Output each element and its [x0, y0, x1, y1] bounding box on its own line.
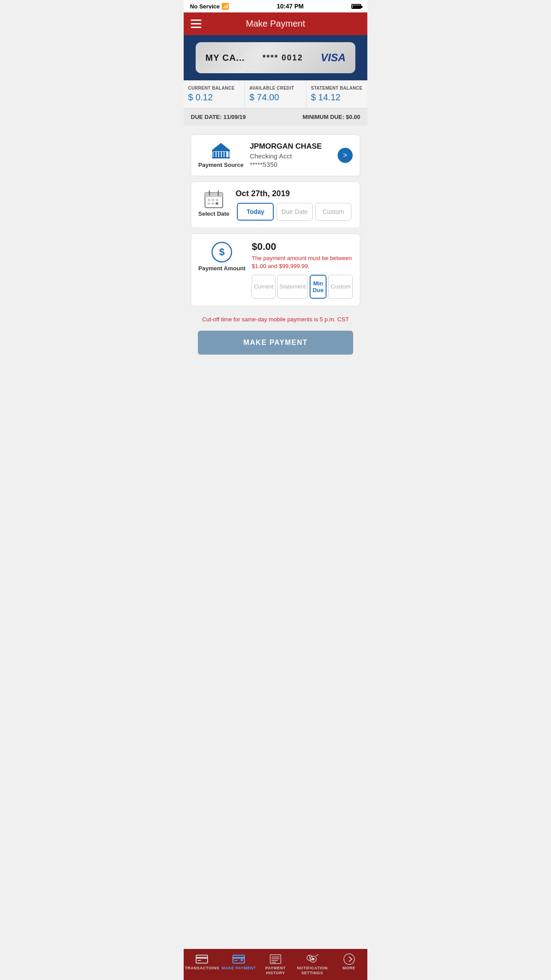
svg-point-2	[242, 44, 264, 67]
hamburger-line-2	[191, 23, 201, 24]
due-date: DUE DATE: 11/09/19	[191, 114, 246, 120]
dollar-icon: $	[211, 241, 233, 263]
svg-rect-21	[208, 202, 210, 205]
svg-rect-10	[222, 152, 224, 157]
payment-source-info: JPMORGAN CHASE Checking Acct *****5350	[250, 142, 322, 168]
svg-rect-7	[214, 152, 216, 157]
visa-logo: VISA	[321, 51, 346, 64]
account-type: Checking Acct	[250, 152, 322, 160]
svg-rect-8	[216, 152, 218, 157]
svg-rect-15	[205, 193, 223, 197]
current-balance: CURRENT BALANCE $ 0.12	[184, 80, 245, 108]
payment-source-card: Payment Source JPMORGAN CHASE Checking A…	[191, 134, 360, 176]
select-date-card: Select Date Oct 27th, 2019 Today Due Dat…	[191, 182, 360, 228]
page-title: Make Payment	[246, 19, 305, 29]
payment-source-details: JPMORGAN CHASE Checking Acct *****5350 >	[250, 142, 353, 168]
amount-option-statement[interactable]: Statement	[277, 275, 308, 299]
minimum-due: MINIMUM DUE: $0.00	[303, 114, 360, 120]
current-balance-value: $ 0.12	[188, 92, 240, 103]
svg-rect-13	[212, 157, 230, 158]
svg-rect-19	[212, 199, 214, 201]
card-number: **** 0012	[263, 53, 303, 63]
select-date-label: Select Date	[198, 210, 229, 217]
bank-icon	[210, 142, 232, 160]
payment-amount-card: $ Payment Amount $0.00 The payment amoun…	[191, 233, 360, 306]
selected-date: Oct 27th, 2019	[236, 189, 353, 198]
status-carrier: No Service 📶	[190, 3, 229, 10]
balance-section: CURRENT BALANCE $ 0.12 AVAILABLE CREDIT …	[184, 80, 367, 108]
payment-amount-label: Payment Amount	[198, 265, 245, 272]
card-section: MY CA... **** 0012 VISA	[184, 35, 367, 80]
battery-icon	[351, 4, 361, 9]
bank-name: JPMORGAN CHASE	[250, 142, 322, 151]
payment-amount-content: $0.00 The payment amount must be between…	[252, 241, 353, 299]
svg-rect-9	[219, 152, 221, 157]
status-time: 10:47 PM	[277, 3, 304, 10]
card-name: MY CA...	[205, 53, 245, 63]
amount-option-group: Current Statement Min Due Custom	[252, 275, 353, 299]
payment-source-icon-area: Payment Source	[198, 142, 244, 169]
statement-balance-value: $ 14.12	[311, 92, 363, 103]
hamburger-line-3	[191, 27, 201, 28]
available-credit: AVAILABLE CREDIT $ 74.00	[245, 80, 306, 108]
svg-rect-18	[208, 199, 210, 201]
available-credit-label: AVAILABLE CREDIT	[249, 86, 301, 91]
header: Make Payment	[184, 12, 367, 35]
cutoff-notice: Cut-off time for same-day mobile payment…	[191, 312, 360, 327]
payment-source-label: Payment Source	[198, 162, 244, 169]
statement-balance-label: STATEMENT BALANCE	[311, 86, 363, 91]
date-option-due-date[interactable]: Due Date	[276, 203, 312, 221]
current-balance-label: CURRENT BALANCE	[188, 86, 240, 91]
hamburger-menu[interactable]	[191, 20, 201, 28]
amount-option-min-due[interactable]: Min Due	[310, 275, 327, 299]
account-number: *****5350	[250, 161, 322, 168]
status-battery	[351, 4, 361, 9]
statement-balance: STATEMENT BALANCE $ 14.12	[307, 80, 367, 108]
main-content: Payment Source JPMORGAN CHASE Checking A…	[184, 131, 367, 403]
svg-text:$: $	[219, 246, 224, 257]
payment-source-chevron[interactable]: >	[338, 148, 353, 163]
date-option-custom[interactable]: Custom	[315, 203, 351, 221]
svg-rect-23	[216, 202, 218, 205]
svg-marker-12	[212, 143, 230, 150]
carrier-text: No Service	[190, 3, 220, 10]
amount-option-custom[interactable]: Custom	[328, 275, 353, 299]
amount-option-current[interactable]: Current	[252, 275, 275, 299]
svg-rect-22	[212, 202, 214, 205]
date-option-group: Today Due Date Custom	[236, 203, 353, 221]
payment-amount-icon-area: $ Payment Amount	[198, 241, 245, 272]
available-credit-value: $ 74.00	[249, 92, 301, 103]
calendar-icon	[203, 189, 224, 209]
credit-card: MY CA... **** 0012 VISA	[196, 42, 355, 73]
select-date-icon-area: Select Date	[198, 189, 229, 217]
amount-value: $0.00	[252, 241, 353, 253]
amount-error: The payment amount must be between $1.00…	[252, 254, 353, 270]
wifi-icon: 📶	[221, 3, 229, 10]
select-date-content: Oct 27th, 2019 Today Due Date Custom	[236, 189, 353, 221]
make-payment-button[interactable]: MAKE PAYMENT	[198, 331, 353, 355]
status-bar: No Service 📶 10:47 PM	[184, 0, 367, 12]
due-date-bar: DUE DATE: 11/09/19 MINIMUM DUE: $0.00	[184, 108, 367, 126]
hamburger-line-1	[191, 20, 201, 21]
date-option-today[interactable]: Today	[237, 203, 274, 221]
svg-rect-11	[224, 152, 226, 157]
svg-rect-20	[216, 199, 218, 201]
